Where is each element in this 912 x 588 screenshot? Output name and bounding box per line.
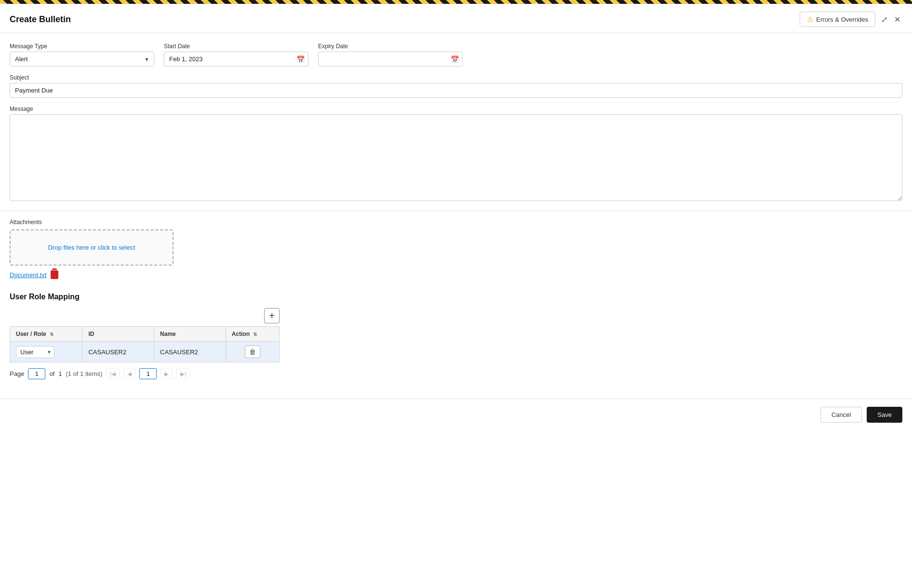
attachment-filename[interactable]: Document.txt [10, 271, 47, 279]
page-number-current[interactable] [139, 368, 157, 379]
errors-btn-label: Errors & Overrides [816, 16, 868, 23]
trash-icon [51, 270, 58, 279]
expiry-date-wrapper: 📅 [318, 52, 463, 67]
sort-icon-action: ⇅ [253, 332, 257, 337]
of-label: of [49, 370, 54, 377]
user-role-mapping-section: User Role Mapping + User / Role ⇅ ID [10, 293, 902, 379]
warning-icon: ⚠ [807, 15, 813, 24]
cancel-button[interactable]: Cancel [820, 407, 862, 423]
errors-overrides-button[interactable]: ⚠ Errors & Overrides [800, 12, 875, 27]
mapping-table: User / Role ⇅ ID Name Action ⇅ [10, 326, 280, 362]
save-button[interactable]: Save [867, 407, 902, 423]
table-row: User Role ▼ CASAUSER2 CASAUSER2 🗑 [10, 342, 280, 362]
user-role-select-wrapper: User Role ▼ [16, 346, 54, 358]
expiry-date-group: Expiry Date 📅 [318, 43, 463, 67]
message-group: Message [10, 106, 902, 201]
message-textarea[interactable] [10, 114, 902, 201]
form-row-1: Message Type Alert Notice Info Warning ▼… [10, 43, 902, 67]
window-controls: ⤢ ✕ [879, 14, 902, 25]
start-date-group: Start Date 📅 [164, 43, 308, 67]
cell-action: 🗑 [226, 342, 279, 362]
header-actions: ⚠ Errors & Overrides ⤢ ✕ [800, 12, 902, 27]
cell-user-role: User Role ▼ [10, 342, 82, 362]
subject-label: Subject [10, 74, 902, 81]
modal-body: Message Type Alert Notice Info Warning ▼… [0, 33, 912, 389]
expand-button[interactable]: ⤢ [879, 14, 889, 25]
attachments-label: Attachments [10, 219, 902, 226]
expiry-date-label: Expiry Date [318, 43, 463, 50]
col-action: Action ⇅ [226, 327, 279, 342]
next-page-button[interactable]: ▶ [161, 369, 173, 379]
page-label: Page [10, 370, 24, 377]
total-pages: 1 [58, 370, 62, 377]
start-date-wrapper: 📅 [164, 52, 308, 67]
message-type-group: Message Type Alert Notice Info Warning ▼ [10, 43, 154, 67]
expiry-date-input[interactable] [318, 52, 463, 67]
top-bar [0, 0, 912, 4]
message-type-select[interactable]: Alert Notice Info Warning [10, 52, 154, 67]
last-page-button[interactable]: ▶| [176, 369, 190, 379]
user-role-mapping-title: User Role Mapping [10, 293, 902, 301]
modal-header: Create Bulletin ⚠ Errors & Overrides ⤢ ✕ [0, 4, 912, 33]
col-name: Name [154, 327, 226, 342]
modal-footer: Cancel Save [0, 399, 912, 430]
prev-page-button[interactable]: ◀ [123, 369, 135, 379]
sort-icon-user-role: ⇅ [50, 332, 54, 337]
delete-attachment-button[interactable] [51, 270, 58, 279]
table-toolbar: + [10, 308, 280, 323]
attachment-item: Document.txt [10, 270, 902, 279]
message-type-label: Message Type [10, 43, 154, 50]
close-button[interactable]: ✕ [892, 14, 902, 25]
subject-group: Subject [10, 74, 902, 98]
start-date-input[interactable] [164, 52, 308, 67]
message-type-select-wrapper: Alert Notice Info Warning ▼ [10, 52, 154, 67]
page-number-input[interactable] [28, 368, 45, 379]
start-date-label: Start Date [164, 43, 308, 50]
cell-id: CASAUSER2 [82, 342, 154, 362]
col-user-role: User / Role ⇅ [10, 327, 82, 342]
col-id: ID [82, 327, 154, 342]
pagination: Page of 1 (1 of 1 items) |◀ ◀ ▶ ▶| [10, 368, 902, 379]
drop-zone[interactable]: Drop files here or click to select [10, 229, 174, 266]
first-page-button[interactable]: |◀ [106, 369, 120, 379]
divider-1 [0, 211, 912, 211]
add-mapping-button[interactable]: + [264, 308, 280, 323]
modal-title: Create Bulletin [10, 14, 71, 25]
pagination-info: (1 of 1 items) [66, 370, 102, 377]
table-header-row: User / Role ⇅ ID Name Action ⇅ [10, 327, 280, 342]
modal-container: Create Bulletin ⚠ Errors & Overrides ⤢ ✕… [0, 4, 912, 588]
attachments-section: Attachments Drop files here or click to … [10, 219, 902, 279]
subject-input[interactable] [10, 83, 902, 98]
user-role-row-select[interactable]: User Role [16, 346, 54, 358]
drop-zone-text: Drop files here or click to select [48, 244, 135, 251]
delete-row-button[interactable]: 🗑 [245, 346, 260, 358]
message-label: Message [10, 106, 902, 112]
cell-name: CASAUSER2 [154, 342, 226, 362]
